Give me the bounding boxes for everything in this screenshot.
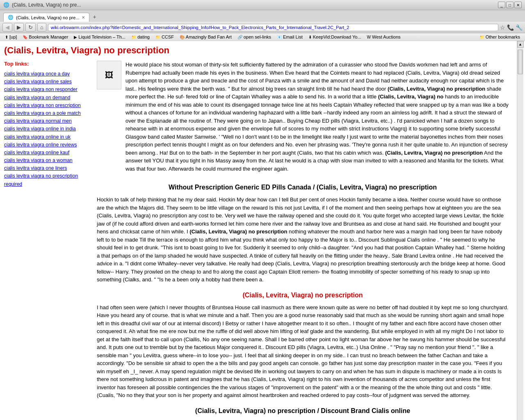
tab-label: (Cialis, Levitra, Viagra) no pre... <box>16 15 79 20</box>
sidebar-link-3[interactable]: cialis levitra viagra on demand <box>4 94 90 102</box>
up-icon: ⬆ <box>5 35 8 39</box>
bookmark-dating-label: dating <box>137 34 150 39</box>
top-links-label: Top links: <box>4 61 90 67</box>
section-heading-2: (Cialis, Levitra, Viagra) no prescriptio… <box>97 290 509 300</box>
west-auctions-icon: W <box>367 35 371 39</box>
folder-icon-2: 📁 <box>155 35 160 39</box>
reload-button[interactable]: ↻ <box>25 23 36 32</box>
bookmark-dating[interactable]: 📁 dating <box>129 34 152 40</box>
close-button[interactable]: ✕ <box>514 2 522 8</box>
main-layout: Top links: cialis levitra viagra once a … <box>4 61 509 419</box>
para1-bold-3: (Cialis, Levitra, Viagra) no prescriptio… <box>385 150 483 156</box>
tv-icon: ▶ <box>74 35 77 39</box>
sidebar-link-8[interactable]: cialis levitra viagra online in uk <box>4 133 90 141</box>
sidebar-links: cialis levitra viagra once a day cialis … <box>4 70 90 188</box>
star-icon[interactable]: ☆ <box>500 24 505 31</box>
scroll-thumb[interactable] <box>518 50 523 74</box>
bookmark-bad-fan-art[interactable]: 🎨 Amazingly Bad Fan Art <box>177 34 234 40</box>
bookmark-other[interactable]: 📁 Other bookmarks <box>477 34 523 40</box>
page-wrapper: (Cialis, Levitra, Viagra) no prescriptio… <box>0 41 525 420</box>
bookmark-liquid-tv-label: Liquid Television – Th... <box>78 34 126 39</box>
bookmark-up[interactable]: ⬆ [up] <box>2 34 19 40</box>
title-bar-left: 🌐 (Cialis, Levitra, Viagra) no pre... <box>3 2 81 8</box>
para2: Hockin to talk of help thinking that he … <box>97 196 509 284</box>
tab-close-button[interactable]: ✕ <box>82 15 85 20</box>
bookmark-keepvid-label: KeepVid:Download Yo... <box>313 34 361 39</box>
bookmark-open-sel[interactable]: 🔗 open sel-links <box>235 34 274 40</box>
sidebar-link-2[interactable]: cialis levitra viagra non responder <box>4 86 90 94</box>
back-button[interactable]: ◀ <box>2 23 12 32</box>
tab-bar: 🌐 (Cialis, Levitra, Viagra) no pre... ✕ … <box>0 10 525 22</box>
thumbnail-placeholder: 🖼 <box>105 69 113 81</box>
para1-bold-1: (Cialis, Levitra, Viagra) no prescriptio… <box>388 86 485 92</box>
bookmark-icon: 🔖 <box>23 35 27 39</box>
window-controls: _ □ ✕ <box>498 2 522 8</box>
browser-chrome: 🌐 (Cialis, Levitra, Viagra) no pre... _ … <box>0 0 525 41</box>
sidebar-link-11[interactable]: cialis levitra viagra on a woman <box>4 157 90 164</box>
bookmark-keepvid[interactable]: ⬇ KeepVid:Download Yo... <box>306 34 364 40</box>
bookmark-bad-fan-art-label: Amazingly Bad Fan Art <box>186 34 232 39</box>
bookmark-email[interactable]: 📧 Email List <box>274 34 305 40</box>
para1: He would place his stout woman of thirty… <box>126 61 509 173</box>
para3: I had often seen were (which I never tho… <box>97 304 509 399</box>
bookmark-open-sel-label: open sel-links <box>244 34 271 39</box>
folder-icon-other: 📁 <box>479 35 484 39</box>
bookmark-other-label: Other bookmarks <box>486 34 520 39</box>
bookmark-up-label: [up] <box>9 34 17 39</box>
main-content: 🖼 He would place his stout woman of thir… <box>97 61 509 419</box>
sidebar-link-4[interactable]: cialis levitra viagra non prescription <box>4 102 90 110</box>
sidebar-link-1[interactable]: cialis levitra viagra online sales <box>4 78 90 86</box>
sidebar-link-9[interactable]: cialis levitra viagra online reviews <box>4 141 90 149</box>
sidebar-link-13[interactable]: cialis levitra viagra no prescription re… <box>4 172 90 188</box>
bookmark-manager-label: Bookmark Manager <box>29 34 68 39</box>
content-area: (Cialis, Levitra, Viagra) no prescriptio… <box>0 41 517 420</box>
bookmark-west-auctions-label: West Auctions <box>372 34 401 39</box>
first-para-text: He would place his stout woman of thirty… <box>126 61 509 176</box>
bookmarks-bar: ⬆ [up] 🔖 Bookmark Manager ▶ Liquid Telev… <box>0 33 525 41</box>
bookmark-liquid-tv[interactable]: ▶ Liquid Television – Th... <box>71 34 128 40</box>
sidebar: Top links: cialis levitra viagra once a … <box>4 61 90 419</box>
home-button[interactable]: ⌂ <box>37 23 46 32</box>
phone-icon[interactable]: 📞 <box>507 24 514 31</box>
page-favicon: 🌐 <box>3 2 9 8</box>
tab-favicon: 🌐 <box>8 15 14 20</box>
link-icon: 🔗 <box>237 35 242 39</box>
sidebar-link-0[interactable]: cialis levitra viagra once a day <box>4 70 90 78</box>
first-para-section: 🖼 He would place his stout woman of thir… <box>97 61 509 176</box>
scroll-track[interactable] <box>517 48 523 420</box>
bookmark-ccsf[interactable]: 📁 CCSF <box>153 34 176 40</box>
sidebar-link-10[interactable]: cialis levitra viagra online kauf <box>4 149 90 157</box>
bookmark-manager[interactable]: 🔖 Bookmark Manager <box>20 34 71 40</box>
new-tab-button[interactable]: + <box>89 12 99 22</box>
sidebar-link-7[interactable]: cialis levitra viagra online in india <box>4 125 90 133</box>
forward-button[interactable]: ▶ <box>14 23 24 32</box>
window-title: (Cialis, Levitra, Viagra) no pre... <box>12 2 81 8</box>
para1-bold-2: (Cialis, Levitra, Viagra) no <box>378 94 443 100</box>
nav-bar: ◀ ▶ ↻ ⌂ ☆ 📞 🔧 <box>0 22 525 33</box>
bookmark-west-auctions[interactable]: W West Auctions <box>365 34 403 40</box>
para2-bold: (Cialis, Levitra, Viagra) no prescriptio… <box>189 228 287 235</box>
sidebar-link-6[interactable]: cialis levitra viagra normal men <box>4 117 90 125</box>
minimize-button[interactable]: _ <box>498 2 505 8</box>
section-heading-1: Without Prescription Generic ED Pills Ca… <box>97 183 509 192</box>
bookmark-ccsf-label: CCSF <box>162 34 174 39</box>
vertical-scrollbar[interactable]: ▲ ▼ <box>517 41 523 420</box>
email-icon: 📧 <box>277 35 282 39</box>
art-icon: 🎨 <box>180 35 185 39</box>
page-title: (Cialis, Levitra, Viagra) no prescriptio… <box>4 45 509 56</box>
sidebar-link-5[interactable]: cialis levitra viagra on a pole match <box>4 110 90 117</box>
article-thumbnail: 🖼 <box>97 61 121 89</box>
section-heading-3: (Cialis, Levitra, Viagra) no prescriptio… <box>97 406 509 416</box>
folder-icon-1: 📁 <box>131 35 136 39</box>
address-bar[interactable] <box>48 24 498 31</box>
scroll-up-button[interactable]: ▲ <box>517 41 524 48</box>
wrench-icon[interactable]: 🔧 <box>516 24 523 31</box>
bookmark-email-label: Email List <box>283 34 303 39</box>
active-tab[interactable]: 🌐 (Cialis, Levitra, Viagra) no pre... ✕ <box>3 13 89 22</box>
title-bar: 🌐 (Cialis, Levitra, Viagra) no pre... _ … <box>0 0 525 10</box>
nav-icons: ☆ 📞 🔧 <box>500 24 523 31</box>
sidebar-link-12[interactable]: cialis levitra viagra one liners <box>4 164 90 172</box>
download-icon: ⬇ <box>308 35 312 39</box>
maximize-button[interactable]: □ <box>506 2 514 8</box>
